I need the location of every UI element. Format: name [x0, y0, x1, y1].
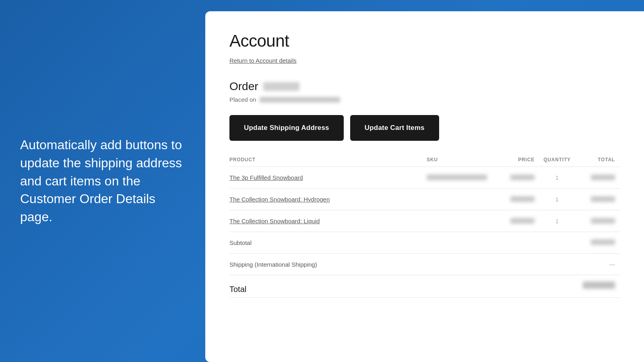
total-value: [580, 275, 620, 298]
order-section: Order Placed on: [229, 80, 620, 103]
total-value-1: [591, 175, 615, 180]
order-title: Order: [229, 80, 620, 93]
product-link-1[interactable]: The 3p Fulfilled Snowboard: [229, 174, 303, 181]
price-cell-3: [499, 210, 539, 232]
placed-on-value: [260, 97, 340, 103]
shipping-row: Shipping (International Shipping) —: [229, 254, 620, 275]
placed-on-label: Placed on: [229, 96, 256, 103]
total-cell-3: [580, 210, 620, 232]
right-panel: Account Return to Account details Order …: [205, 11, 644, 362]
qty-cell-1: 1: [539, 167, 580, 189]
order-label: Order: [229, 80, 258, 93]
total-label: Total: [229, 275, 580, 298]
sku-cell-1: [427, 167, 499, 189]
update-shipping-button[interactable]: Update Shipping Address: [229, 115, 344, 141]
shipping-value: —: [580, 254, 620, 275]
price-value-1: [510, 175, 535, 180]
product-name-cell: The Collection Snowboard: Liquid: [229, 210, 427, 232]
subtotal-value: [580, 232, 620, 254]
return-link[interactable]: Return to Account details: [229, 57, 297, 64]
table-header-row: PRODUCT SKU PRICE QUANTITY TOTAL: [229, 153, 620, 167]
subtotal-row: Subtotal: [229, 232, 620, 254]
col-header-quantity: QUANTITY: [539, 153, 580, 167]
col-header-sku: SKU: [427, 153, 499, 167]
table-row: The Collection Snowboard: Liquid 1: [229, 210, 620, 232]
table-row: The 3p Fulfilled Snowboard 1: [229, 167, 620, 189]
total-value-2: [591, 196, 615, 202]
table-row: The Collection Snowboard: Hydrogen 1: [229, 189, 620, 210]
total-value-3: [591, 218, 615, 224]
col-header-product: PRODUCT: [229, 153, 427, 167]
qty-cell-3: 1: [539, 210, 580, 232]
product-link-3[interactable]: The Collection Snowboard: Liquid: [229, 218, 320, 224]
page-title: Account: [229, 31, 620, 51]
subtotal-label: Subtotal: [229, 232, 580, 254]
feature-description: Automatically add buttons to update the …: [20, 136, 185, 226]
action-buttons: Update Shipping Address Update Cart Item…: [229, 115, 620, 141]
total-row: Total: [229, 275, 620, 298]
price-value-3: [510, 218, 535, 224]
price-cell-2: [499, 189, 539, 210]
product-name-cell: The 3p Fulfilled Snowboard: [229, 167, 427, 189]
total-cell-1: [580, 167, 620, 189]
shipping-label: Shipping (International Shipping): [229, 254, 580, 275]
order-table: PRODUCT SKU PRICE QUANTITY TOTAL The 3p …: [229, 153, 620, 298]
placed-on: Placed on: [229, 96, 620, 103]
price-value-2: [510, 196, 535, 202]
subtotal-amount: [591, 239, 615, 245]
col-header-price: PRICE: [499, 153, 539, 167]
total-cell-2: [580, 189, 620, 210]
sku-cell-2: [427, 189, 499, 210]
sku-value-1: [427, 175, 487, 180]
update-cart-button[interactable]: Update Cart Items: [350, 115, 439, 141]
qty-cell-2: 1: [539, 189, 580, 210]
left-panel: Automatically add buttons to update the …: [0, 0, 205, 362]
sku-cell-3: [427, 210, 499, 232]
product-name-cell: The Collection Snowboard: Hydrogen: [229, 189, 427, 210]
order-id: [263, 82, 299, 91]
col-header-total: TOTAL: [580, 153, 620, 167]
product-link-2[interactable]: The Collection Snowboard: Hydrogen: [229, 196, 330, 203]
price-cell-1: [499, 167, 539, 189]
total-amount: [583, 282, 615, 289]
